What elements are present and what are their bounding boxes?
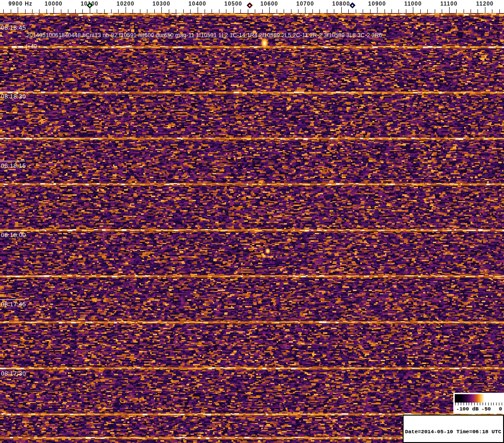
ruler-tick [233, 7, 234, 13]
ruler-tick [140, 9, 140, 13]
time-label: 08:18:30 [1, 93, 26, 100]
colorbar-tick [493, 403, 494, 405]
colorbar-tick [469, 403, 469, 405]
colorbar-tick [485, 403, 486, 405]
ruler-tick [471, 9, 471, 13]
colorbar-label-min: -100 dB [456, 406, 478, 412]
colorbar-tick [461, 403, 461, 405]
red-marker-diamond-icon[interactable] [246, 2, 252, 8]
ruler-tick [305, 7, 305, 13]
ruler-tick [398, 9, 399, 13]
ruler-tick [391, 9, 392, 13]
time-tick [0, 161, 25, 161]
ruler-tick [118, 9, 119, 13]
ruler-tick [111, 9, 112, 13]
ruler-tick [39, 9, 40, 13]
colorbar-label-mid: -50 [481, 406, 491, 412]
ruler-tick [248, 9, 248, 13]
colorbar-tick [466, 403, 467, 405]
ruler-tick [435, 9, 435, 13]
ruler-tick [198, 7, 198, 13]
ruler-tick [68, 9, 68, 13]
ruler-tick [147, 9, 147, 13]
ruler-label: 10800 [332, 0, 350, 7]
ruler-tick [161, 7, 162, 13]
ruler-tick [219, 9, 219, 13]
colorbar-tick [499, 403, 499, 405]
ruler-label: 10200 [117, 0, 134, 7]
info-date-time: Date=2014-05-10 Time=06:18 UTC [405, 429, 503, 435]
colorbar-tick [458, 403, 458, 405]
ruler-label: 10000 [45, 0, 62, 7]
colorbar-scale-labels: -100 dB -50 0 [455, 406, 503, 413]
ruler-tick [477, 9, 478, 13]
marker-center-dot [248, 4, 250, 6]
ruler-tick [190, 9, 191, 13]
ruler-tick [262, 9, 263, 13]
spectrogram-app: 9900 Hz100001010010200103001040010500106… [0, 0, 504, 443]
ruler-tick [406, 9, 406, 13]
ruler-tick [133, 9, 133, 13]
colorbar-tick [480, 403, 480, 405]
marker-center-dot [88, 4, 90, 6]
ruler-tick [492, 9, 492, 13]
colorbar-tick [474, 403, 475, 405]
ruler-label: 11000 [404, 0, 422, 7]
colorbar-tick [496, 403, 497, 405]
blue-marker-diamond-icon[interactable] [349, 2, 355, 8]
ruler-tick [46, 9, 47, 13]
ruler-tick [456, 9, 457, 13]
ruler-tick [255, 9, 255, 13]
ruler-tick [327, 9, 327, 13]
ruler-tick [334, 9, 334, 13]
colorbar-tick [502, 403, 502, 405]
ruler-tick [97, 9, 97, 13]
colorbar-ticks [455, 403, 503, 406]
ruler-tick [183, 9, 184, 13]
colorbar-tick [477, 403, 477, 405]
ruler-tick [377, 7, 378, 13]
time-label: 08:18:00 [1, 231, 26, 238]
ruler-tick [82, 9, 83, 13]
colorbar-label-max: 0 [499, 406, 502, 412]
ruler-tick [442, 9, 442, 13]
ruler-label: 10500 [225, 0, 242, 7]
ruler-tick [356, 9, 356, 13]
colorbar-tick [491, 403, 491, 405]
colorbar-tick [455, 403, 456, 405]
ruler-tick [154, 9, 155, 13]
ruler-tick [3, 9, 4, 13]
ruler-tick [363, 9, 363, 13]
ruler-tick [169, 9, 169, 13]
ruler-tick [205, 9, 205, 13]
ruler-tick [126, 7, 126, 13]
time-tick [0, 369, 25, 369]
colorbar-tick [483, 403, 483, 405]
colorbar-tick [488, 403, 489, 405]
ruler-tick [427, 9, 428, 13]
ruler-tick [499, 9, 500, 13]
ruler-tick [413, 7, 413, 13]
observation-info-box: Date=2014-05-10 Time=06:18 UTC Freq=143 … [403, 415, 504, 443]
ruler-tick [240, 9, 241, 13]
ruler-tick [18, 7, 18, 13]
ruler-tick [370, 9, 371, 13]
time-label: 08:17:30 [1, 370, 26, 377]
ruler-label: 10600 [260, 0, 278, 7]
time-tick [0, 230, 25, 231]
ruler-label: 10400 [188, 0, 206, 7]
ruler-tick [75, 9, 76, 13]
time-tick [0, 23, 25, 23]
ruler-label: 10900 [368, 0, 386, 7]
ruler-tick [11, 9, 11, 13]
ruler-tick [212, 9, 212, 13]
ruler-label: 11200 [476, 0, 494, 7]
ruler-tick [312, 9, 313, 13]
marker-center-dot [351, 4, 353, 6]
ruler-tick [298, 9, 298, 13]
ruler-tick [348, 9, 349, 13]
spectrogram-waterfall[interactable] [0, 13, 504, 443]
ruler-tick [277, 9, 277, 13]
time-label: 08:18:15 [1, 162, 26, 169]
ruler-tick [420, 9, 421, 13]
